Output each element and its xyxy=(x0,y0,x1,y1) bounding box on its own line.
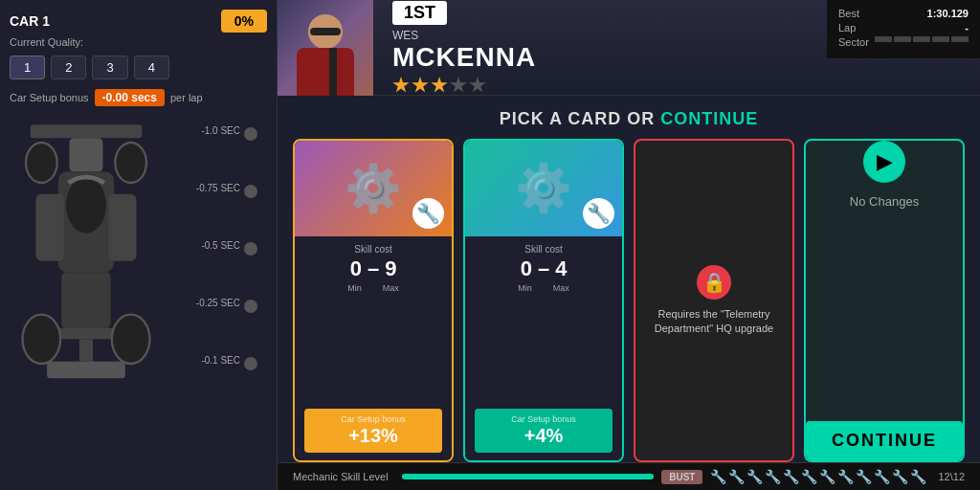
star-3 xyxy=(431,77,448,94)
card-2-image: ⚙️ 🔧 xyxy=(465,141,622,236)
sector-dash-3 xyxy=(913,36,930,42)
car-diagram-area: -1.0 SEC -0.75 SEC -0.5 SEC -0.25 SEC -0… xyxy=(10,116,267,403)
wrench-4: 🔧 xyxy=(765,469,781,484)
card-2-max-label: Max xyxy=(553,283,569,293)
skill-count: 12\12 xyxy=(938,471,965,482)
card-2-icon: ⚙️ xyxy=(515,162,572,215)
sec-dot-3 xyxy=(244,242,257,256)
card-1-body: Skill cost 0 – 9 Min Max Car Setup bonus… xyxy=(295,236,452,460)
star-5 xyxy=(469,77,486,94)
skill-progress-fill xyxy=(402,474,655,479)
star-2 xyxy=(412,77,429,94)
card-1-min-max: Min Max xyxy=(347,283,399,293)
car-title: CAR 1 xyxy=(10,13,50,29)
continue-button[interactable]: CONTINUE xyxy=(806,421,963,460)
stat-row-lap: Lap - xyxy=(838,22,969,33)
svg-point-13 xyxy=(112,315,150,364)
svg-rect-4 xyxy=(36,194,64,261)
svg-rect-5 xyxy=(108,194,136,261)
wrench-5: 🔧 xyxy=(783,469,799,484)
locked-text: Requires the "Telemetry Department" HQ u… xyxy=(651,307,777,337)
driver-jacket-stripe xyxy=(329,48,337,96)
pick-card-header: PICK A CARD OR CONTINUE xyxy=(278,96,980,139)
wrench-2: 🔧 xyxy=(728,469,745,484)
pick-text: PICK A CARD OR xyxy=(500,109,656,128)
driver-portrait xyxy=(278,0,373,96)
wrench-6: 🔧 xyxy=(801,469,817,484)
card-1-wrench-icon: 🔧 xyxy=(412,198,444,229)
sec-dot-2 xyxy=(244,185,257,198)
sec-dot-1 xyxy=(244,127,257,141)
wrench-3: 🔧 xyxy=(746,469,763,484)
card-1-skill-values: 0 – 9 xyxy=(350,256,397,281)
svg-rect-1 xyxy=(70,138,103,171)
left-panel: CAR 1 0% Current Quality: 1 2 3 4 Car Se… xyxy=(0,0,278,490)
star-4 xyxy=(450,77,467,94)
card-2-wrench-icon: 🔧 xyxy=(583,198,614,229)
no-changes-label: No Changes xyxy=(850,194,919,209)
sec-label-3: -0.5 SEC xyxy=(201,240,240,251)
sec-label-4: -0.25 SEC xyxy=(196,298,240,308)
slot-tabs: 1 2 3 4 xyxy=(10,56,267,79)
svg-rect-0 xyxy=(31,124,143,138)
card-1-bonus: Car Setup bonus +13% xyxy=(304,409,442,453)
card-3[interactable]: 🔒 Requires the "Telemetry Department" HQ… xyxy=(634,139,794,462)
svg-point-12 xyxy=(23,315,61,364)
svg-point-10 xyxy=(26,143,57,183)
card-1-min-val: 0 xyxy=(350,256,362,281)
lock-icon: 🔒 xyxy=(697,265,731,300)
stat-row-sector: Sector xyxy=(838,36,969,48)
card-2-bonus-label: Car Setup bonus xyxy=(475,414,612,424)
card-2-body: Skill cost 0 – 4 Min Max Car Setup bonus… xyxy=(465,236,622,460)
card-2-min-val: 0 xyxy=(521,256,532,281)
setup-bonus-row: Car Setup bonus -0.00 secs per lap xyxy=(10,89,267,106)
sector-dash-2 xyxy=(894,36,911,42)
driver-last-name: MCKENNA xyxy=(392,44,536,71)
card-1-bonus-value: +13% xyxy=(304,425,442,447)
card-1[interactable]: ⚙️ 🔧 Skill cost 0 – 9 Min Max Car Setup … xyxy=(293,139,454,462)
stat-row-best: Best 1:30.129 xyxy=(838,8,969,19)
card-2-max-val: 4 xyxy=(555,256,567,281)
card-2-dash: – xyxy=(538,256,549,281)
card-2[interactable]: ⚙️ 🔧 Skill cost 0 – 4 Min Max Car Setup … xyxy=(463,139,624,462)
lap-value: - xyxy=(965,22,969,33)
driver-body xyxy=(297,48,354,96)
sec-label-1: -1.0 SEC xyxy=(201,125,240,136)
slot-tab-1[interactable]: 1 xyxy=(10,56,45,79)
setup-bonus-value: -0.00 secs xyxy=(95,89,165,106)
right-panel: 1ST WES MCKENNA Best 1:30.129 Lap - Sect… xyxy=(278,0,980,490)
current-quality-label: Current Quality: xyxy=(10,36,267,48)
card-2-bonus-value: +4% xyxy=(475,425,612,447)
wrench-1: 🔧 xyxy=(710,469,726,484)
left-header: CAR 1 0% xyxy=(10,10,267,33)
mechanic-skill-label: Mechanic Skill Level xyxy=(293,471,389,482)
top-area: 1ST WES MCKENNA Best 1:30.129 Lap - Sect… xyxy=(278,0,980,96)
card-2-bonus: Car Setup bonus +4% xyxy=(475,409,612,453)
sector-dash-5 xyxy=(951,36,969,42)
card-1-bonus-label: Car Setup bonus xyxy=(304,414,442,424)
driver-info: 1ST WES MCKENNA xyxy=(373,0,555,95)
bottom-bar: Mechanic Skill Level BUST 🔧 🔧 🔧 🔧 🔧 🔧 🔧 … xyxy=(278,462,980,490)
per-lap-label: per lap xyxy=(170,92,203,103)
card-1-image: ⚙️ 🔧 xyxy=(295,141,452,236)
continue-arrow-icon[interactable]: ▶ xyxy=(863,141,905,183)
card-1-max-val: 9 xyxy=(385,256,396,281)
wrench-9: 🔧 xyxy=(856,469,872,484)
driver-stars xyxy=(392,77,536,94)
best-label: Best xyxy=(838,8,859,19)
card-1-dash: – xyxy=(368,256,379,281)
slot-tab-4[interactable]: 4 xyxy=(134,56,169,79)
bust-badge: BUST xyxy=(661,470,702,484)
sector-label: Sector xyxy=(838,36,869,48)
slot-tab-2[interactable]: 2 xyxy=(51,56,86,79)
svg-point-3 xyxy=(66,177,106,233)
svg-point-11 xyxy=(115,143,146,183)
skill-progress-bar xyxy=(402,474,655,479)
slot-tab-3[interactable]: 3 xyxy=(92,56,127,79)
svg-rect-9 xyxy=(47,362,125,379)
cards-area: ⚙️ 🔧 Skill cost 0 – 9 Min Max Car Setup … xyxy=(278,139,980,462)
card-continue[interactable]: ▶ No Changes CONTINUE xyxy=(804,139,965,462)
card-1-min-label: Min xyxy=(347,283,362,293)
pick-highlight: CONTINUE xyxy=(660,109,758,128)
card-3-locked-body: 🔒 Requires the "Telemetry Department" HQ… xyxy=(635,141,792,460)
